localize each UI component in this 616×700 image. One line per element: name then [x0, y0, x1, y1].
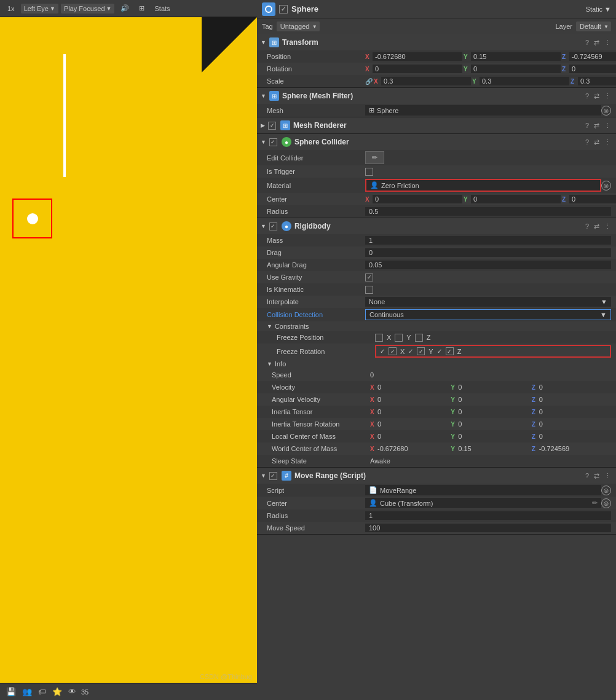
rigidbody-preset-icon[interactable]: ⇄ — [593, 222, 601, 230]
freeze-pos-z-checkbox[interactable] — [415, 334, 423, 342]
edit-collider-button[interactable]: ✏ — [365, 151, 384, 164]
is-trigger-checkbox[interactable] — [365, 168, 373, 176]
rigidbody-menu-icon[interactable]: ⋮ — [603, 222, 612, 230]
rigidbody-header[interactable]: ▼ ✓ ● Rigidbody ? ⇄ ⋮ — [257, 218, 616, 234]
transform-preset-icon[interactable]: ⇄ — [593, 39, 601, 47]
cube-transform-edit-icon[interactable]: ✏ — [592, 499, 598, 507]
move-speed-value[interactable] — [365, 524, 611, 532]
object-active-checkbox[interactable]: ✓ — [279, 5, 288, 14]
mass-value[interactable] — [365, 236, 611, 245]
sphere-collider-help-icon[interactable]: ? — [584, 138, 590, 146]
mesh-filter-icon: ⊞ — [269, 91, 279, 101]
stats-btn[interactable]: Stats — [151, 4, 173, 14]
freeze-pos-z-label: Z — [427, 334, 431, 341]
rotation-xyz: X Y Z — [365, 65, 616, 73]
drag-value[interactable] — [365, 248, 611, 257]
mesh-field[interactable]: ⊞ Sphere — [365, 105, 601, 116]
eye-dropdown[interactable]: Left Eye ▼ — [21, 4, 58, 14]
collision-detection-dropdown[interactable]: Continuous ▼ — [365, 309, 611, 320]
local-com-row: Local Center of Mass X0 Y0 Z0 — [257, 430, 616, 442]
is-kinematic-checkbox[interactable] — [365, 286, 373, 294]
material-target-icon[interactable]: ◎ — [601, 181, 611, 191]
scale-z[interactable] — [578, 77, 616, 85]
interpolate-row: Interpolate None ▼ — [257, 296, 616, 308]
sphere-collider-header[interactable]: ▼ ✓ ● Sphere Collider ? ⇄ ⋮ — [257, 134, 616, 150]
rigidbody-help-icon[interactable]: ? — [584, 222, 590, 230]
freeze-rot-x-checkbox[interactable]: ✓ — [389, 347, 397, 355]
angular-drag-value[interactable] — [365, 261, 611, 269]
mesh-renderer-preset-icon[interactable]: ⇄ — [593, 122, 601, 130]
rotation-y[interactable] — [471, 65, 561, 73]
tag-icon[interactable]: 🏷 — [37, 686, 47, 698]
move-range-help-icon[interactable]: ? — [584, 472, 590, 479]
material-field[interactable]: 👤 Zero Friction — [365, 179, 601, 192]
star-icon[interactable]: ⭐ — [51, 686, 63, 698]
static-dropdown[interactable]: Static ▼ — [586, 6, 611, 13]
move-range-checkbox[interactable]: ✓ — [269, 472, 277, 480]
collider-radius-value[interactable] — [365, 207, 611, 216]
collider-center-z[interactable] — [569, 195, 616, 203]
layer-select[interactable]: Default — [576, 22, 611, 31]
save-icon[interactable]: 💾 — [5, 686, 17, 698]
freeze-pos-x-checkbox[interactable] — [375, 334, 383, 342]
itr-x: 0 — [377, 420, 381, 428]
people-icon[interactable]: 👥 — [21, 686, 33, 698]
game-view: 1x Left Eye ▼ Play Focused ▼ 🔊 ⊞ Stats C… — [0, 0, 257, 700]
use-gravity-checkbox[interactable]: ✓ — [365, 273, 373, 281]
freeze-rot-z-checkbox[interactable]: ✓ — [446, 347, 454, 355]
cube-transform-target-icon[interactable]: ◎ — [601, 498, 611, 508]
collision-detection-label[interactable]: Collision Detection — [267, 311, 365, 318]
position-x[interactable] — [373, 52, 462, 61]
sphere-collider-menu-icon[interactable]: ⋮ — [603, 138, 612, 146]
move-range-menu-icon[interactable]: ⋮ — [603, 472, 612, 480]
scale-label: Scale — [267, 77, 365, 85]
tag-select-wrapper[interactable]: Untagged — [277, 22, 320, 31]
position-z[interactable] — [569, 52, 616, 61]
grid-btn[interactable]: ⊞ — [135, 3, 148, 14]
transform-header[interactable]: ▼ ⊞ Transform ? ⇄ ⋮ — [257, 34, 616, 50]
eye-icon[interactable]: 👁 — [67, 686, 77, 698]
freeze-position-controls: X Y Z — [375, 334, 611, 342]
mesh-renderer-checkbox[interactable]: ✓ — [268, 122, 276, 130]
mesh-renderer-menu-icon[interactable]: ⋮ — [603, 122, 612, 130]
sphere-collider-preset-icon[interactable]: ⇄ — [593, 138, 601, 146]
rigidbody-checkbox[interactable]: ✓ — [269, 222, 277, 230]
scale-x[interactable] — [381, 77, 471, 85]
static-chevron-icon: ▼ — [604, 6, 611, 13]
tag-select[interactable]: Untagged — [277, 22, 320, 31]
script-radius-value[interactable] — [365, 511, 611, 520]
move-range-preset-icon[interactable]: ⇄ — [593, 472, 601, 480]
mesh-renderer-header[interactable]: ▶ ✓ ⊞ Mesh Renderer ? ⇄ ⋮ — [257, 117, 616, 133]
move-speed-row: Move Speed — [257, 522, 616, 534]
scale-y[interactable] — [480, 77, 569, 85]
mesh-target-icon[interactable]: ◎ — [601, 106, 611, 116]
sphere-collider-section: ▼ ✓ ● Sphere Collider ? ⇄ ⋮ Edit Collide… — [257, 134, 616, 218]
move-range-header[interactable]: ▼ ✓ # Move Range (Script) ? ⇄ ⋮ — [257, 468, 616, 484]
interpolate-dropdown[interactable]: None ▼ — [365, 297, 611, 307]
local-com-xyz: X0 Y0 Z0 — [370, 433, 611, 440]
audio-btn[interactable]: 🔊 — [117, 3, 133, 14]
layer-select-wrapper[interactable]: Default — [576, 22, 611, 31]
script-ref-field[interactable]: 📄 MoveRange — [365, 485, 601, 495]
freeze-pos-y-checkbox[interactable] — [395, 334, 403, 342]
sphere-collider-checkbox[interactable]: ✓ — [269, 138, 277, 146]
mesh-filter-header[interactable]: ▼ ⊞ Sphere (Mesh Filter) ? ⇄ ⋮ — [257, 88, 616, 104]
mesh-filter-preset-icon[interactable]: ⇄ — [593, 92, 601, 100]
mesh-filter-menu-icon[interactable]: ⋮ — [603, 92, 612, 100]
mesh-renderer-help-icon[interactable]: ? — [584, 122, 590, 129]
collider-center-y[interactable] — [471, 195, 561, 203]
freeze-rot-y-checkbox[interactable]: ✓ — [417, 347, 425, 355]
rotation-x[interactable] — [373, 65, 462, 73]
info-expand-icon[interactable]: ▼ — [267, 361, 272, 367]
resolution-selector[interactable]: 1x — [4, 4, 18, 14]
rotation-z[interactable] — [569, 65, 616, 73]
cube-transform-field[interactable]: 👤 Cube (Transform) ✏ — [365, 498, 601, 508]
position-y[interactable] — [471, 52, 561, 61]
transform-help-icon[interactable]: ? — [584, 39, 590, 46]
transform-menu-icon[interactable]: ⋮ — [603, 39, 612, 47]
play-focused-dropdown[interactable]: Play Focused ▼ — [61, 4, 115, 14]
mesh-filter-help-icon[interactable]: ? — [584, 92, 590, 100]
collider-center-x[interactable] — [373, 195, 462, 203]
constraints-expand-icon[interactable]: ▼ — [267, 323, 272, 329]
script-target-icon[interactable]: ◎ — [601, 486, 611, 495]
